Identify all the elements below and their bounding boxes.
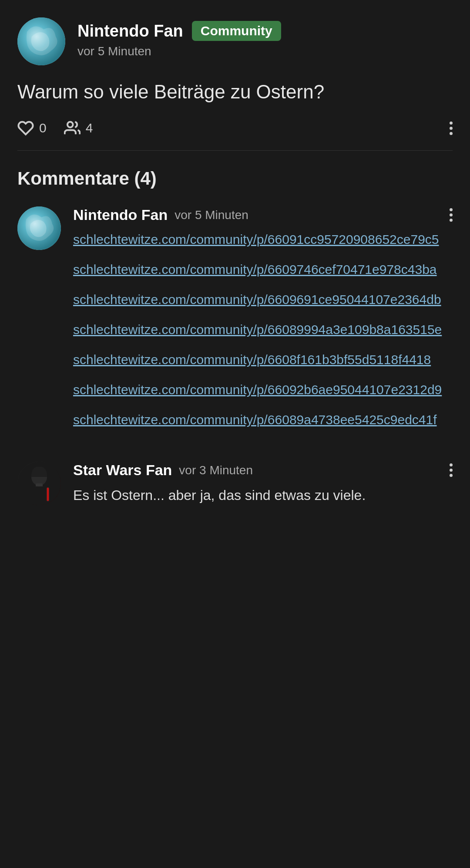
comment-link-1[interactable]: schlechtewitze.com/community/p/66091cc95… xyxy=(73,230,453,249)
comment-2-more-button[interactable] xyxy=(450,463,453,477)
post-actions: 0 4 xyxy=(17,120,453,136)
post-time: vor 5 Minuten xyxy=(77,44,151,58)
comment-1-author: Nintendo Fan xyxy=(73,206,168,223)
post-title: Warum so viele Beiträge zu Ostern? xyxy=(17,79,453,104)
comment-link-6[interactable]: schlechtewitze.com/community/p/66092b6ae… xyxy=(73,380,453,399)
comment-item-2: Star Wars Fan vor 3 Minuten Es ist Oster… xyxy=(17,462,453,506)
svg-point-1 xyxy=(67,122,73,128)
like-count: 0 xyxy=(39,121,47,135)
people-icon xyxy=(64,120,81,136)
svg-rect-7 xyxy=(47,487,49,501)
comment-2-body: Star Wars Fan vor 3 Minuten Es ist Oster… xyxy=(73,462,453,506)
comment-1-more-button[interactable] xyxy=(450,208,453,222)
comment-1-avatar xyxy=(17,206,61,250)
post-author-name: Nintendo Fan xyxy=(77,22,183,41)
post-author-avatar xyxy=(17,17,65,65)
post-meta: Nintendo Fan Community vor 5 Minuten xyxy=(77,17,453,58)
comment-link-7[interactable]: schlechtewitze.com/community/p/66089a473… xyxy=(73,410,453,429)
comments-section-title: Kommentare (4) xyxy=(17,168,453,189)
community-badge[interactable]: Community xyxy=(192,21,281,41)
comment-2-avatar xyxy=(17,462,61,505)
post-header: Nintendo Fan Community vor 5 Minuten xyxy=(17,17,453,65)
comments-count: 4 xyxy=(86,121,93,135)
comment-2-time: vor 3 Minuten xyxy=(179,463,253,477)
comments-action[interactable]: 4 xyxy=(64,120,93,136)
comment-link-5[interactable]: schlechtewitze.com/community/p/6608f161b… xyxy=(73,350,453,369)
like-action[interactable]: 0 xyxy=(17,120,47,136)
post-more-button[interactable] xyxy=(450,122,453,135)
section-divider xyxy=(17,150,453,151)
comment-link-4[interactable]: schlechtewitze.com/community/p/66089994a… xyxy=(73,320,453,339)
comment-link-2[interactable]: schlechtewitze.com/community/p/6609746ce… xyxy=(73,260,453,279)
comment-2-text: Es ist Ostern... aber ja, das sind etwas… xyxy=(73,485,453,506)
comment-link-3[interactable]: schlechtewitze.com/community/p/6609691ce… xyxy=(73,290,453,309)
comment-1-body: Nintendo Fan vor 5 Minuten schlechtewitz… xyxy=(73,206,453,440)
comment-1-time: vor 5 Minuten xyxy=(175,208,248,222)
heart-icon xyxy=(17,120,34,136)
comment-item: Nintendo Fan vor 5 Minuten schlechtewitz… xyxy=(17,206,453,440)
comment-2-author: Star Wars Fan xyxy=(73,462,172,479)
